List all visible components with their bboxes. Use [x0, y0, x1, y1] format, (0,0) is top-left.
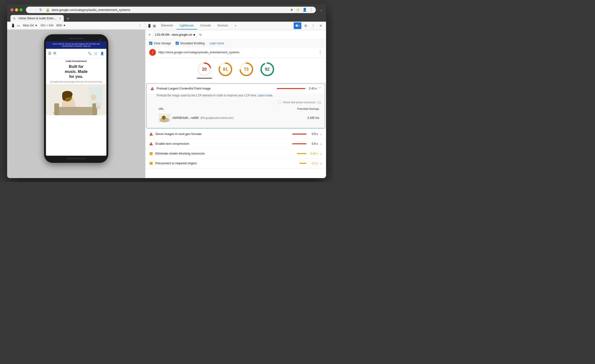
badge-count[interactable]: 💬 2 — [294, 22, 301, 29]
svg-rect-33 — [150, 152, 153, 155]
preconnect-header[interactable]: Preconnect to required origins 0.3 s ⌄ — [145, 158, 326, 168]
text-compression-title: Enable text compression — [156, 142, 292, 145]
phone-frame: There's still time. Get free two-day shi… — [44, 34, 108, 163]
badge-number: 2 — [298, 25, 300, 27]
devtools-inspect-icon[interactable]: ▦ — [153, 24, 156, 28]
tab-elements[interactable]: Elements — [158, 22, 176, 29]
phone-speaker — [69, 38, 83, 39]
audit-item-next-gen: ! Serve images in next-gen formats 0.9 s… — [145, 129, 326, 139]
preload-desc-text: Preload the image used by the LCP elemen… — [157, 94, 257, 97]
phone-menu-icon: ☰ — [48, 51, 51, 55]
throttling-option[interactable]: Simulated throttling — [176, 42, 205, 45]
text-compression-header[interactable]: ! Enable text compression 0.9 s ⌄ — [145, 139, 326, 149]
device-width[interactable]: 360 — [41, 24, 45, 27]
traffic-lights — [10, 8, 23, 11]
seo-score: 92 — [265, 67, 269, 72]
phone-camera — [99, 39, 102, 41]
device-selector[interactable]: Moto G4 ▼ — [23, 24, 38, 27]
seo-ring: 92 — [260, 62, 275, 77]
device-zoom-selector[interactable]: 65% ▼ — [57, 24, 66, 27]
phone-top-bar — [46, 38, 106, 39]
menu-icon[interactable]: ⋮ — [309, 8, 313, 12]
preload-table: URL Potential Savings — [157, 107, 321, 124]
next-gen-header[interactable]: ! Serve images in next-gen formats 0.9 s… — [145, 129, 326, 139]
tab-more[interactable]: » — [231, 22, 240, 29]
audit-reload-button[interactable]: ↻ — [199, 33, 202, 37]
audit-item-preload-lcp: ! Preload Largest Contentful Paint image… — [146, 84, 325, 128]
forward-button[interactable]: → — [34, 8, 38, 12]
devtools-device-icon[interactable]: 📱 — [147, 24, 151, 28]
throttling-checkbox[interactable] — [176, 42, 179, 45]
audit-preload-lcp-header[interactable]: ! Preload Largest Contentful Paint image… — [147, 84, 325, 93]
address-bar-text[interactable]: store.google.com/category/audio_entertai… — [52, 8, 288, 12]
next-gen-time: 0.9 s — [308, 132, 318, 136]
best-practices-score: 73 — [244, 67, 248, 72]
next-gen-bar — [292, 134, 306, 135]
active-tab[interactable]: G Home Stereo & Audio Entertain... × — [10, 15, 64, 22]
clear-storage-option[interactable]: Clear storage — [149, 42, 171, 45]
preload-bar — [277, 88, 305, 89]
render-blocking-time: 0.49 s — [308, 152, 318, 155]
phone-area: There's still time. Get free two-day shi… — [7, 29, 145, 178]
new-audit-button[interactable]: + — [148, 32, 151, 37]
preload-learn-more[interactable]: Learn more — [257, 94, 272, 97]
svg-text:G: G — [13, 17, 15, 20]
text-compression-time: 0.9 s — [308, 142, 318, 145]
preload-warning-icon: ! — [150, 87, 154, 91]
devtools-close-button[interactable]: ✕ — [318, 22, 324, 29]
render-blocking-chevron-icon: ⌄ — [320, 152, 322, 155]
extension-icon[interactable]: ⚡ — [296, 8, 300, 12]
responsive-icon[interactable]: ▭ — [17, 24, 20, 27]
device-height[interactable]: 640 — [49, 24, 54, 27]
svg-point-9 — [62, 92, 66, 100]
preconnect-bar — [299, 163, 306, 164]
render-blocking-bar — [297, 153, 306, 154]
learn-more-link[interactable]: Learn more — [209, 42, 224, 45]
thumbnail-svg — [158, 113, 170, 122]
audit-url-dropdown[interactable]: 1:01:49 AM - store.google.cor ▾ — [153, 32, 197, 38]
phone-panel: 📱 ▭ Moto G4 ▼ 360 × 640 65% ▼ ⋮ — [7, 22, 145, 178]
device-orientation-icon[interactable]: 📱 — [11, 24, 15, 27]
show-3rd-party-label: Show 3rd-party resources — [283, 101, 316, 104]
device-dropdown-icon: ▼ — [35, 24, 38, 27]
clear-storage-checkbox[interactable] — [149, 42, 152, 45]
url-cell: /rbNNiE4oM...=w680 (lh3.googleuserconten… — [157, 111, 281, 124]
tab-sources[interactable]: Sources — [214, 22, 231, 29]
reload-button[interactable]: ↻ — [39, 8, 42, 12]
render-blocking-header[interactable]: Eliminate render-blocking resources 0.49… — [145, 149, 326, 158]
tab-close-button[interactable]: × — [59, 16, 61, 20]
preconnect-bar-container: 0.3 s — [299, 162, 318, 165]
minimize-button[interactable] — [15, 8, 18, 11]
tab-lighthouse[interactable]: Lighthouse — [176, 22, 197, 29]
bookmark-icon[interactable]: ★ — [290, 8, 293, 12]
preconnect-time: 0.3 s — [308, 162, 318, 165]
next-gen-title: Serve images in next-gen formats — [156, 132, 292, 136]
devtools-more-button[interactable]: ⋮ — [310, 22, 317, 29]
phone-home-bar — [67, 158, 86, 159]
devtools-settings-button[interactable]: ⚙ — [302, 22, 309, 29]
new-tab-button[interactable]: + — [65, 16, 71, 22]
tab-console[interactable]: Console — [197, 22, 214, 29]
device-dimensions: 360 × 640 — [41, 24, 54, 27]
preconnect-warning-icon — [149, 161, 153, 165]
phone-screen: There's still time. Get free two-day shi… — [46, 41, 106, 156]
render-blocking-title: Eliminate render-blocking resources — [156, 152, 297, 155]
phone-cart-icon: 🛒 — [94, 52, 98, 55]
back-button[interactable]: ← — [29, 8, 33, 12]
audit-time-text: 1:01:49 AM - store.google.cor — [155, 33, 192, 36]
score-seo: 92 — [260, 62, 275, 79]
close-button[interactable] — [10, 8, 14, 11]
audit-url-more-button[interactable]: ⋮ — [318, 50, 322, 55]
performance-underline — [197, 78, 212, 79]
preload-lcp-title: Preload Largest Contentful Paint image — [157, 87, 277, 90]
user-icon[interactable]: 👤 — [303, 8, 307, 12]
phone-search-icon: 🔍 — [88, 52, 92, 55]
throttling-label: Simulated throttling — [180, 42, 205, 45]
svg-rect-12 — [54, 103, 59, 115]
maximize-button[interactable] — [20, 8, 23, 11]
device-toolbar-more[interactable]: ⋮ — [139, 24, 141, 27]
svg-text:!: ! — [151, 143, 152, 145]
clear-storage-label: Clear storage — [154, 42, 171, 45]
show-3rd-party-checkbox[interactable] — [278, 101, 281, 104]
tab-favicon: G — [13, 16, 17, 20]
